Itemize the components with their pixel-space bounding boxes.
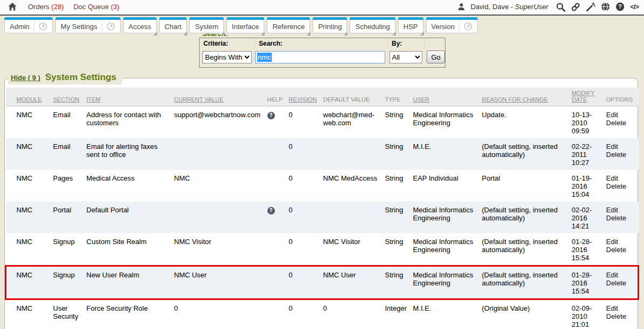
edit-link[interactable]: Edit xyxy=(606,142,633,151)
delete-link[interactable]: Delete xyxy=(606,246,633,254)
cell-item: Address for contact with customers xyxy=(87,106,174,139)
tab-chart[interactable]: Chart xyxy=(159,17,187,33)
wand-icon[interactable] xyxy=(586,2,596,12)
tab-interface-label: Interface xyxy=(232,23,259,31)
cell-item: Force Security Role xyxy=(87,299,174,329)
cell-item: Default Portal xyxy=(87,202,174,233)
delete-link[interactable]: Delete xyxy=(606,151,633,159)
tab-scheduling[interactable]: Scheduling xyxy=(350,17,395,33)
external-link-icon[interactable] xyxy=(102,22,115,31)
cell-type: String xyxy=(385,233,413,266)
cell-revision: 0 xyxy=(289,202,323,233)
search-input-value: nmc xyxy=(257,53,272,62)
delete-link[interactable]: Delete xyxy=(606,119,633,127)
tab-access[interactable]: Access xyxy=(123,17,157,33)
cell-item: Medical Access xyxy=(87,170,174,202)
cell-revision: 0 xyxy=(289,233,323,266)
tab-my-settings[interactable]: My Settings xyxy=(55,17,121,33)
delete-link[interactable]: Delete xyxy=(606,214,633,222)
cell-type: String xyxy=(385,170,413,202)
nav-doc-queue-link[interactable]: Doc Queue (3) xyxy=(73,3,119,11)
external-link-icon[interactable] xyxy=(459,22,472,31)
cell-section: Pages xyxy=(53,170,87,202)
user-icon xyxy=(457,3,465,11)
cell-reason: (Default setting, inserted automatically… xyxy=(482,138,572,170)
tab-hsp-label: HSP xyxy=(404,23,418,31)
search-icon[interactable] xyxy=(556,2,565,12)
edit-link[interactable]: Edit xyxy=(606,111,633,119)
cell-default-value: webchart@med-web.com xyxy=(323,106,385,139)
tab-reference[interactable]: Reference xyxy=(267,17,310,33)
go-button[interactable]: Go xyxy=(427,51,445,63)
help-question-icon[interactable]: ? xyxy=(267,207,275,214)
cell-reason: (Default setting, inserted automatically… xyxy=(482,233,572,266)
tab-system[interactable]: System xyxy=(189,17,223,33)
nav-doc-queue-count: (3) xyxy=(111,3,119,11)
cell-type: String xyxy=(385,202,413,233)
search-panel: Search: Criteria: Search: By: Begins Wit… xyxy=(199,30,445,68)
cell-modify-date: 01-28-2016 15:54 xyxy=(572,266,606,299)
search-box-header: Criteria: Search: By: xyxy=(200,38,445,48)
tab-access-label: Access xyxy=(129,23,151,31)
user-role: SuperUser xyxy=(515,3,548,11)
criteria-select[interactable]: Begins With xyxy=(202,51,252,63)
hide-link[interactable]: Hide ( 9 ) xyxy=(11,74,40,82)
col-options: OPTIONS xyxy=(606,88,639,106)
help-icon[interactable]: ? xyxy=(615,2,625,11)
cell-current-value: NMC xyxy=(174,170,267,202)
cell-user: Medical Informatics Engineering xyxy=(413,106,482,139)
cell-revision: 0 xyxy=(289,266,323,299)
delete-link[interactable]: Delete xyxy=(606,279,633,287)
top-nav: Orders (28) Doc Queue (3) xyxy=(28,3,119,11)
col-revision[interactable]: REVISION xyxy=(289,88,323,106)
col-item[interactable]: ITEM xyxy=(87,88,174,106)
nav-orders-link[interactable]: Orders (28) xyxy=(28,3,63,11)
delete-link[interactable]: Delete xyxy=(606,312,633,320)
cell-revision: 0 xyxy=(289,138,323,170)
link-icon[interactable] xyxy=(571,2,581,12)
tab-reference-label: Reference xyxy=(272,23,305,31)
cell-user: Medical Informatics Engineering xyxy=(413,202,482,233)
edit-link[interactable]: Edit xyxy=(606,206,633,214)
globe-icon[interactable] xyxy=(601,2,610,11)
current-user[interactable]: David, Dave - SuperUser xyxy=(471,3,549,11)
settings-table: MODULE SECTION ITEM CURRENT VALUE HELP R… xyxy=(5,88,639,329)
col-modify-date[interactable]: MODIFY DATE xyxy=(572,88,606,106)
col-module[interactable]: MODULE xyxy=(17,88,53,106)
search-box: Criteria: Search: By: Begins With nmc Al… xyxy=(199,38,445,68)
tab-version[interactable]: Version xyxy=(426,17,478,33)
edit-link[interactable]: Edit xyxy=(606,238,633,246)
external-link-icon[interactable] xyxy=(34,22,47,31)
cell-section: Portal xyxy=(53,202,87,233)
cell-item: Custom Site Realm xyxy=(87,233,174,266)
go-header-cell xyxy=(424,38,445,48)
edit-link[interactable]: Edit xyxy=(606,174,633,182)
cell-section: Email xyxy=(53,138,87,170)
cell-current-value: NMC Visitor xyxy=(174,233,267,266)
edit-link[interactable]: Edit xyxy=(606,304,633,312)
by-label: By: xyxy=(388,38,424,48)
tab-printing[interactable]: Printing xyxy=(313,17,347,33)
col-section[interactable]: SECTION xyxy=(53,88,87,106)
menu-corner-icon xyxy=(153,32,157,35)
edit-link[interactable]: Edit xyxy=(606,271,633,279)
nav-doc-queue-label: Doc Queue xyxy=(73,3,109,11)
col-user[interactable]: USER xyxy=(413,88,482,106)
cell-type: String xyxy=(385,106,413,139)
tab-interface[interactable]: Interface xyxy=(227,17,265,33)
col-current-value[interactable]: CURRENT VALUE xyxy=(174,88,267,106)
by-select[interactable]: All xyxy=(390,51,423,63)
code-icon[interactable]: </> xyxy=(630,3,639,11)
table-row-highlighted: NMC Signup New User Realm NMC User 0 NMC… xyxy=(6,266,639,299)
col-reason[interactable]: REASON FOR CHANGE xyxy=(482,88,572,106)
home-icon[interactable] xyxy=(8,2,17,11)
cell-user: Medical Informatics Engineering xyxy=(413,233,482,266)
tab-hsp[interactable]: HSP xyxy=(398,17,423,33)
help-question-icon[interactable]: ? xyxy=(267,112,275,119)
search-input[interactable]: nmc xyxy=(255,51,385,63)
delete-link[interactable]: Delete xyxy=(606,182,633,190)
menu-corner-icon xyxy=(392,32,396,35)
cell-revision: 0 xyxy=(289,170,323,202)
cell-module: NMC xyxy=(17,202,53,233)
tab-admin[interactable]: Admin xyxy=(4,17,53,33)
